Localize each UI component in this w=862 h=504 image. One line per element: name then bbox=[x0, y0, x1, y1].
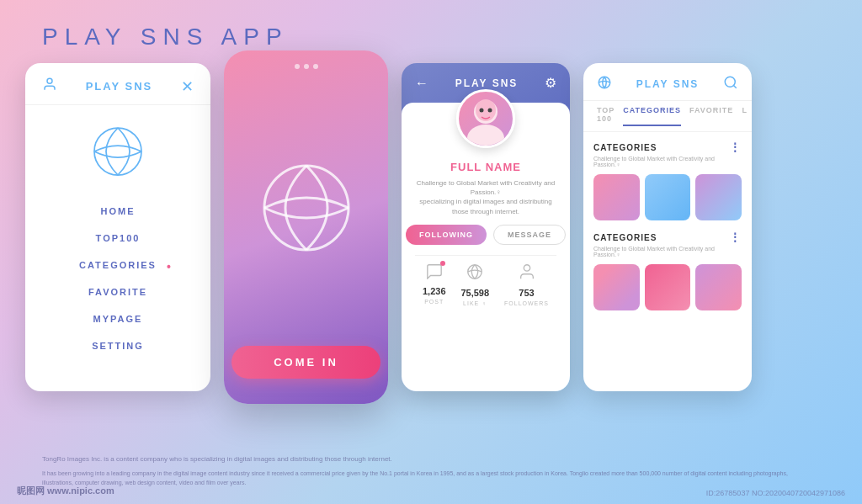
profile-buttons: FOLLOWING MESSAGE bbox=[406, 225, 566, 245]
category-section-2-title: CATEGORIES ⋮ bbox=[593, 231, 742, 244]
phones-wrapper: PLAY SNS ✕ HOME TOP100 CATEGORIES FAVORI… bbox=[25, 63, 837, 437]
menu-home[interactable]: HOME bbox=[25, 198, 210, 225]
cat-card-3 bbox=[695, 174, 742, 220]
app-background: PLAY SNS APP PLAY SNS ✕ bbox=[0, 0, 862, 504]
phone1-menu-list: HOME TOP100 CATEGORIES FAVORITE MYPAGE S… bbox=[25, 189, 210, 368]
phone3-title: PLAY SNS bbox=[455, 77, 519, 89]
settings-icon[interactable]: ⚙ bbox=[545, 75, 556, 91]
category-1-label: CATEGORIES bbox=[593, 143, 657, 152]
phone1-header: PLAY SNS ✕ bbox=[25, 63, 210, 105]
svg-point-6 bbox=[480, 108, 484, 112]
footer-line2: It has been growing into a leading compa… bbox=[42, 469, 820, 487]
stat-post: 1,236 POST bbox=[423, 263, 446, 306]
svg-point-10 bbox=[599, 77, 610, 88]
category-section-1: CATEGORIES ⋮ Challenge to Global Market … bbox=[593, 141, 742, 220]
post-count: 1,236 bbox=[423, 286, 446, 296]
cat-card-5 bbox=[645, 264, 691, 310]
cat-card-1 bbox=[593, 174, 640, 220]
user-icon bbox=[42, 77, 57, 96]
cat-card-6 bbox=[695, 264, 742, 310]
category-1-cards bbox=[593, 174, 742, 220]
category-2-cards bbox=[593, 264, 742, 310]
svg-point-4 bbox=[467, 125, 504, 146]
menu-favorite[interactable]: FAVORITE bbox=[25, 279, 210, 305]
chat-icon bbox=[425, 263, 444, 284]
menu-top100[interactable]: TOP100 bbox=[25, 225, 210, 252]
svg-point-8 bbox=[468, 265, 482, 279]
post-label: POST bbox=[424, 299, 444, 305]
phone1-menu: PLAY SNS ✕ HOME TOP100 CATEGORIES FAVORI… bbox=[25, 63, 210, 391]
likes-count: 75,598 bbox=[460, 288, 489, 298]
followers-label: FOLLOWERS bbox=[504, 300, 549, 306]
basketball-stats-icon bbox=[466, 263, 484, 285]
category-2-dots-menu[interactable]: ⋮ bbox=[729, 231, 742, 244]
svg-point-11 bbox=[725, 77, 735, 87]
come-in-button[interactable]: COME IN bbox=[231, 346, 380, 379]
tab-categories[interactable]: CATEGORIES bbox=[623, 106, 681, 126]
phone2-logo bbox=[256, 157, 357, 258]
svg-point-5 bbox=[476, 99, 496, 121]
phone3-content: FULL NAME Challenge to Global Market wit… bbox=[402, 103, 570, 391]
svg-point-1 bbox=[94, 128, 141, 175]
phone4-basketball-icon bbox=[597, 75, 612, 93]
menu-categories[interactable]: CATEGORIES bbox=[25, 252, 210, 279]
category-1-dots-menu[interactable]: ⋮ bbox=[729, 141, 742, 154]
cat-card-4 bbox=[593, 264, 640, 310]
message-button[interactable]: MESSAGE bbox=[493, 225, 566, 245]
menu-setting[interactable]: SETTING bbox=[25, 332, 210, 359]
likes-label: LIKE ♀ bbox=[463, 300, 487, 306]
phone4-content: CATEGORIES ⋮ Challenge to Global Market … bbox=[583, 132, 752, 391]
back-arrow-icon[interactable]: ← bbox=[415, 76, 428, 91]
category-2-desc: Challenge to Global Market with Creativi… bbox=[593, 246, 742, 257]
cat-card-2 bbox=[645, 174, 691, 220]
category-section-1-title: CATEGORIES ⋮ bbox=[593, 141, 742, 154]
followers-count: 753 bbox=[519, 288, 534, 298]
search-icon[interactable] bbox=[723, 75, 738, 93]
profile-name: FULL NAME bbox=[450, 161, 521, 173]
menu-mypage[interactable]: MYPAGE bbox=[25, 305, 210, 332]
svg-point-0 bbox=[47, 78, 52, 83]
following-button[interactable]: FOLLOWING bbox=[406, 225, 487, 245]
person-icon bbox=[518, 263, 536, 285]
profile-stats: 1,236 POST 75,598 bbox=[415, 255, 556, 306]
svg-point-9 bbox=[524, 265, 529, 271]
footer-text: TongRo Images Inc. is a content company … bbox=[42, 454, 820, 487]
dot3 bbox=[313, 64, 318, 69]
phone4-categories: PLAY SNS TOP 100 CATEGORIES FAVORITE L C bbox=[583, 63, 752, 391]
phone3-profile: ← PLAY SNS ⚙ bbox=[402, 63, 570, 391]
notification-dot bbox=[440, 261, 445, 266]
svg-point-7 bbox=[488, 108, 492, 112]
svg-point-2 bbox=[264, 166, 349, 250]
category-section-2: CATEGORIES ⋮ Challenge to Global Market … bbox=[593, 231, 742, 310]
tab-favorite[interactable]: FAVORITE bbox=[689, 106, 733, 126]
phone4-tabs: TOP 100 CATEGORIES FAVORITE L bbox=[583, 101, 752, 132]
phone4-header: PLAY SNS bbox=[583, 63, 752, 101]
category-2-label: CATEGORIES bbox=[593, 233, 657, 242]
nipic-logo: 昵图网 www.nipic.com bbox=[17, 485, 114, 497]
stat-followers: 753 FOLLOWERS bbox=[504, 263, 549, 306]
stat-likes: 75,598 LIKE ♀ bbox=[460, 263, 489, 306]
footer-line1: TongRo Images Inc. is a content company … bbox=[42, 454, 820, 465]
phone4-title: PLAY SNS bbox=[636, 78, 700, 90]
avatar-container bbox=[456, 89, 515, 148]
phone2-splash: COME IN bbox=[224, 50, 388, 404]
tab-l[interactable]: L bbox=[742, 106, 748, 126]
tab-top100[interactable]: TOP 100 bbox=[597, 106, 615, 126]
svg-line-12 bbox=[733, 85, 736, 88]
phone2-status-dots bbox=[295, 64, 318, 69]
basketball-container bbox=[25, 105, 210, 189]
main-title: PLAY SNS APP bbox=[42, 24, 289, 50]
category-1-desc: Challenge to Global Market with Creativi… bbox=[593, 156, 742, 167]
close-icon[interactable]: ✕ bbox=[181, 77, 194, 96]
phone1-title: PLAY SNS bbox=[86, 80, 153, 93]
dot2 bbox=[304, 64, 309, 69]
watermark: ID:26785037 NO:2020040720042971086 bbox=[706, 489, 845, 497]
profile-desc: Challenge to Global Market with Creativi… bbox=[415, 178, 556, 216]
avatar bbox=[456, 89, 515, 148]
dot1 bbox=[295, 64, 300, 69]
